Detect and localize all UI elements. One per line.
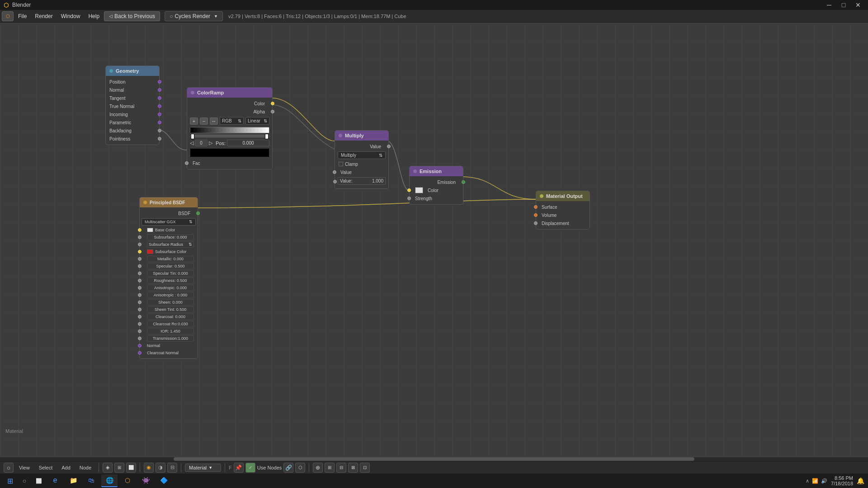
- principled-clearcoat-roughness-field[interactable]: Clearcoat Ro:0.030: [147, 321, 194, 327]
- toolbar-snap-icon[interactable]: ⊕: [313, 463, 323, 473]
- colorramp-arrow-left[interactable]: ◁: [190, 140, 193, 146]
- toolbar-more-icon[interactable]: ⊡: [360, 463, 370, 473]
- colorramp-color-preview[interactable]: [190, 148, 269, 157]
- taskbar-edge[interactable]: e: [47, 474, 63, 487]
- multiply-value-field-row: Value: 1.000: [335, 176, 388, 187]
- multiply-clamp-checkbox[interactable]: [339, 162, 343, 166]
- toolbar-check-icon[interactable]: ✓: [245, 463, 255, 473]
- maximize-button[interactable]: □: [837, 0, 850, 10]
- colorramp-flip-btn[interactable]: ↔: [210, 117, 218, 125]
- taskbar-chrome[interactable]: 🌐: [101, 474, 118, 487]
- menu-file[interactable]: File: [14, 12, 30, 21]
- toolbar-grid-icon[interactable]: ⊞: [114, 463, 124, 473]
- principled-clearcoat-field[interactable]: Clearcoat: 0.000: [147, 314, 194, 320]
- search-button[interactable]: ○: [18, 474, 31, 487]
- principled-specular-field[interactable]: Specular: 0.500: [147, 263, 194, 269]
- toolbar-node-icon[interactable]: ◈: [103, 463, 113, 473]
- emission-node[interactable]: Emission Emission Color Strength: [409, 166, 463, 205]
- multiply-node-header: Multiply: [335, 131, 388, 141]
- multiply-operation-dropdown[interactable]: Multiply ⇅: [338, 151, 386, 159]
- colorramp-pos-value[interactable]: 0.000: [227, 140, 269, 146]
- node-editor[interactable]: Geometry Position Normal Tangent True No…: [0, 23, 868, 461]
- toolbar-select[interactable]: Select: [35, 464, 57, 471]
- toolbar-link-icon[interactable]: 🔗: [283, 463, 293, 473]
- taskbar-blender[interactable]: ⬡: [119, 474, 136, 487]
- toolbar-render-icon[interactable]: ◑: [156, 463, 165, 473]
- multiply-value-field[interactable]: Value: 1.000: [338, 177, 386, 185]
- material-output-node[interactable]: Material Output Surface Volume Displacem…: [536, 191, 590, 230]
- toolbar-sphere-icon[interactable]: ○: [4, 463, 14, 473]
- toolbar-pin-icon[interactable]: 📌: [234, 463, 244, 473]
- menu-window[interactable]: Window: [57, 12, 84, 21]
- toolbar-box-icon[interactable]: ⬡: [295, 463, 305, 473]
- taskbar-app3[interactable]: 🔷: [156, 474, 172, 487]
- principled-anisotropic-field[interactable]: Anisotropic: 0.000: [147, 285, 194, 291]
- principled-anisotropic-rot-field[interactable]: Anisotropic : 0.000: [147, 292, 194, 298]
- colorramp-marker-right[interactable]: [265, 134, 269, 139]
- colorramp-rgb-dropdown[interactable]: RGB ⇅: [220, 117, 244, 125]
- principled-bsdf-node[interactable]: Principled BSDF BSDF Multiscatter GGX ⇅ …: [139, 197, 198, 359]
- toolbar-texture-icon[interactable]: ⊟: [167, 463, 177, 473]
- principled-roughness-field[interactable]: Roughness: 0.500: [147, 277, 194, 284]
- taskbar-app2[interactable]: 👾: [137, 474, 154, 487]
- taskbar-store[interactable]: 🛍: [83, 474, 99, 487]
- emission-output-label: Emission: [437, 180, 456, 185]
- render-engine-dropdown[interactable]: ○ Cycles Render ▼: [165, 11, 223, 21]
- principled-ior-field[interactable]: IOR: 1.450: [147, 328, 194, 334]
- toolbar-node[interactable]: Node: [76, 464, 95, 471]
- material-displacement-socket: [534, 221, 538, 225]
- multiply-node[interactable]: Multiply Value Multiply ⇅ Clamp: [335, 130, 389, 189]
- principled-distribution-dropdown[interactable]: Multiscatter GGX ⇅: [142, 218, 196, 225]
- toolbar-material-icon[interactable]: ◉: [144, 463, 154, 473]
- emission-color-row: Color: [410, 186, 463, 194]
- back-to-previous-button[interactable]: ◁ Back to Previous: [104, 11, 160, 21]
- principled-subsurface-field[interactable]: Subsurface: 0.000: [147, 234, 194, 240]
- emission-color-swatch[interactable]: [415, 187, 423, 193]
- menu-render[interactable]: Render: [31, 12, 56, 21]
- colorramp-node[interactable]: ColorRamp Color Alpha + − ↔ RGB ⇅: [187, 87, 273, 169]
- colorramp-marker-left[interactable]: [191, 134, 194, 139]
- principled-base-color-swatch[interactable]: [147, 228, 153, 232]
- close-button[interactable]: ✕: [852, 0, 864, 10]
- colorramp-remove-btn[interactable]: −: [200, 117, 208, 125]
- colorramp-slider[interactable]: [190, 134, 269, 138]
- colorramp-gradient[interactable]: [190, 127, 269, 133]
- principled-specular-tint-field[interactable]: Specular Tin: 0.000: [147, 270, 194, 277]
- colorramp-add-btn[interactable]: +: [190, 117, 198, 125]
- menu-help[interactable]: Help: [85, 12, 103, 21]
- tray-speaker[interactable]: 🔊: [821, 478, 827, 484]
- geometry-truenormal-label: True Normal: [109, 104, 134, 109]
- start-button[interactable]: ⊞: [4, 474, 16, 487]
- toolbar-align-icon[interactable]: ⊞: [325, 463, 335, 473]
- colorramp-interpolation-dropdown[interactable]: Linear ⇅: [245, 117, 269, 125]
- principled-subsurface-radius-field[interactable]: Subsurface Radius ⇅: [147, 241, 194, 248]
- toolbar-view-icon[interactable]: ⬜: [126, 463, 136, 473]
- colorramp-index[interactable]: 0: [195, 140, 208, 146]
- principled-transmission-field[interactable]: Transmission:1.000: [147, 335, 194, 342]
- blender-icon-button[interactable]: ⬡: [2, 11, 14, 21]
- principled-metallic-row: Metallic: 0.000: [140, 255, 198, 263]
- scrollbar-thumb[interactable]: [174, 457, 694, 461]
- store-icon: 🛍: [88, 477, 94, 484]
- toolbar-extra-icon[interactable]: ⊠: [348, 463, 358, 473]
- system-tray: ∧ 📶 🔊: [806, 478, 827, 484]
- principled-metallic-field[interactable]: Metallic: 0.000: [147, 256, 194, 262]
- toolbar-view[interactable]: View: [15, 464, 33, 471]
- tray-expand[interactable]: ∧: [806, 478, 809, 484]
- minimize-button[interactable]: ─: [823, 0, 835, 10]
- toolbar-add[interactable]: Add: [58, 464, 74, 471]
- taskbar-explorer[interactable]: 📁: [65, 474, 81, 487]
- tray-network[interactable]: 📶: [812, 478, 818, 484]
- time-display[interactable]: 8:56 PM 7/18/2018: [831, 475, 853, 486]
- principled-subsurface-color-swatch[interactable]: [147, 249, 153, 254]
- principled-sheen-field[interactable]: Sheen: 0.000: [147, 299, 194, 305]
- toolbar-settings2-icon[interactable]: ⊟: [336, 463, 346, 473]
- principled-dot: [143, 201, 147, 204]
- task-view-button[interactable]: ⬜: [33, 474, 45, 487]
- colorramp-arrow-right[interactable]: ▷: [209, 140, 212, 146]
- notification-icon[interactable]: 🔔: [857, 477, 864, 484]
- principled-sheen-tint-field[interactable]: Sheen Tint: 0.500: [147, 306, 194, 313]
- geometry-node[interactable]: Geometry Position Normal Tangent True No…: [105, 66, 160, 145]
- material-name-dropdown[interactable]: Material ▼: [185, 464, 221, 472]
- horizontal-scrollbar[interactable]: [0, 457, 868, 461]
